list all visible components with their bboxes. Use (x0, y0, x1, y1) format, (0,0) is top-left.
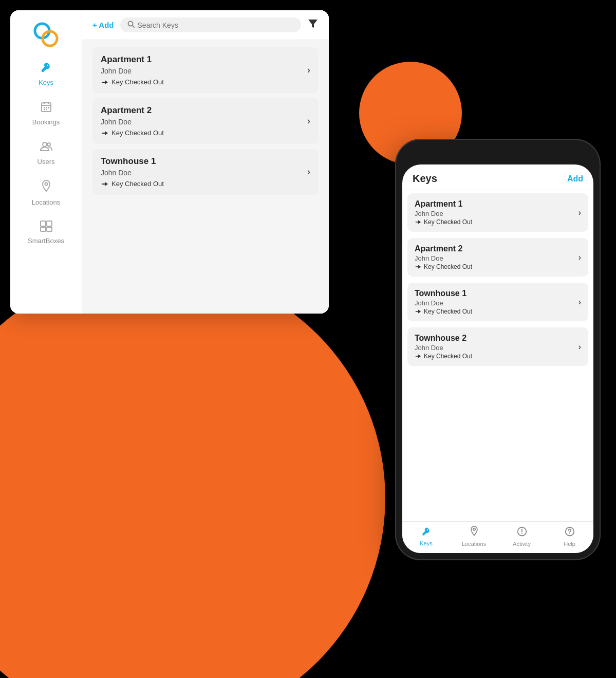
sidebar-label-smartboxes: SmartBoxes (28, 237, 64, 245)
users-icon (40, 140, 53, 156)
phone-nav-help-label: Help (564, 541, 575, 547)
orange-circle-bg (0, 267, 385, 678)
phone-chevron-icon-2: › (578, 298, 581, 307)
phone-key-card-0[interactable]: Apartment 1 John Doe Key Checked Out › (407, 193, 588, 232)
bookings-icon (40, 101, 52, 116)
desktop-key-user-2: John Doe (101, 169, 164, 177)
filter-icon[interactable] (307, 18, 319, 32)
phone-key-info-1: Apartment 2 John Doe Key Checked Out (415, 244, 472, 270)
key-icon (40, 61, 52, 77)
svg-rect-15 (47, 221, 52, 226)
phone-key-user-1: John Doe (415, 254, 472, 262)
svg-point-13 (45, 183, 47, 186)
phone-mockup: Keys Add Apartment 1 John Doe Key Checke… (395, 139, 601, 560)
sidebar-item-keys[interactable]: Keys (10, 54, 82, 94)
svg-rect-14 (41, 221, 46, 226)
phone-keys-list: Apartment 1 John Doe Key Checked Out › A… (402, 190, 593, 521)
phone-nav-activity-label: Activity (513, 541, 531, 547)
sidebar: Keys Bookings (10, 10, 82, 314)
phone-nav-keys[interactable]: Keys (411, 526, 442, 546)
desktop-key-info-1: Apartment 2 John Doe Key Checked Out (101, 105, 164, 137)
phone-key-user-2: John Doe (415, 299, 472, 307)
desktop-key-card-0[interactable]: Apartment 1 John Doe Key Checked Out › (92, 47, 319, 93)
sidebar-label-keys: Keys (39, 79, 53, 86)
phone-key-status-1: Key Checked Out (415, 263, 472, 270)
chevron-right-icon-0: › (307, 65, 310, 76)
phone-bottom-nav: Keys Locations (402, 521, 593, 553)
phone-nav-locations-icon (469, 526, 479, 540)
desktop-main-content: + Add Apartment 1 (82, 10, 329, 314)
desktop-key-name-1: Apartment 2 (101, 105, 164, 116)
desktop-key-name-0: Apartment 1 (101, 54, 164, 65)
sidebar-item-bookings[interactable]: Bookings (10, 94, 82, 133)
phone-key-user-0: John Doe (415, 210, 472, 217)
svg-rect-9 (44, 109, 45, 110)
smartboxes-icon (40, 221, 52, 235)
desktop-search-input[interactable] (138, 21, 294, 29)
app-logo (32, 21, 60, 49)
phone-title: Keys (413, 173, 437, 185)
desktop-key-card-1[interactable]: Apartment 2 John Doe Key Checked Out › (92, 98, 319, 144)
phone-nav-activity[interactable]: Activity (507, 526, 537, 547)
chevron-right-icon-1: › (307, 116, 310, 126)
phone-chevron-icon-3: › (578, 342, 581, 352)
svg-rect-6 (44, 107, 45, 108)
svg-point-21 (473, 528, 475, 530)
svg-rect-8 (48, 107, 49, 108)
phone-key-user-3: John Doe (415, 344, 472, 352)
phone-nav-keys-icon (421, 526, 432, 539)
phone-key-card-3[interactable]: Townhouse 2 John Doe Key Checked Out › (407, 327, 588, 366)
phone-key-name-0: Apartment 1 (415, 199, 472, 209)
svg-point-26 (569, 533, 570, 534)
desktop-key-name-2: Townhouse 1 (101, 156, 164, 167)
phone-chevron-icon-1: › (578, 253, 581, 262)
phone-key-name-3: Townhouse 2 (415, 334, 472, 343)
phone-notch (467, 146, 529, 160)
phone-nav-locations-label: Locations (462, 541, 486, 547)
svg-rect-17 (47, 227, 52, 231)
sidebar-label-bookings: Bookings (32, 118, 60, 126)
desktop-key-status-2: Key Checked Out (101, 180, 164, 188)
svg-rect-10 (46, 109, 47, 110)
phone-nav-help[interactable]: Help (554, 526, 585, 547)
svg-marker-20 (308, 20, 318, 28)
desktop-key-card-2[interactable]: Townhouse 1 John Doe Key Checked Out › (92, 149, 319, 195)
sidebar-item-locations[interactable]: Locations (10, 173, 82, 213)
sidebar-label-locations: Locations (32, 198, 61, 206)
svg-point-12 (47, 143, 50, 146)
search-icon (127, 21, 135, 29)
svg-rect-7 (46, 107, 47, 108)
locations-icon (41, 180, 52, 196)
svg-point-24 (521, 533, 522, 534)
desktop-search-container[interactable] (120, 17, 301, 32)
phone-key-info-2: Townhouse 1 John Doe Key Checked Out (415, 289, 472, 315)
desktop-add-button[interactable]: + Add (92, 21, 114, 29)
chevron-right-icon-2: › (307, 167, 310, 177)
sidebar-item-smartboxes[interactable]: SmartBoxes (10, 213, 82, 252)
sidebar-label-users: Users (38, 158, 55, 166)
phone-key-card-2[interactable]: Townhouse 1 John Doe Key Checked Out › (407, 283, 588, 321)
desktop-key-info-2: Townhouse 1 John Doe Key Checked Out (101, 156, 164, 188)
phone-key-card-1[interactable]: Apartment 2 John Doe Key Checked Out › (407, 238, 588, 277)
svg-point-11 (43, 142, 47, 146)
phone-header: Keys Add (402, 164, 593, 190)
phone-nav-activity-icon (516, 526, 528, 540)
phone-nav-keys-label: Keys (420, 540, 432, 546)
phone-nav-locations[interactable]: Locations (459, 526, 490, 547)
svg-rect-16 (41, 227, 46, 231)
desktop-toolbar: + Add (82, 10, 329, 40)
phone-key-status-0: Key Checked Out (415, 218, 472, 226)
phone-key-status-2: Key Checked Out (415, 308, 472, 315)
desktop-key-user-1: John Doe (101, 118, 164, 126)
phone-screen: Keys Add Apartment 1 John Doe Key Checke… (402, 164, 593, 553)
svg-line-19 (132, 26, 134, 28)
desktop-key-status-1: Key Checked Out (101, 129, 164, 137)
phone-nav-help-icon (564, 526, 575, 540)
phone-add-button[interactable]: Add (567, 174, 583, 184)
phone-key-info-3: Townhouse 2 John Doe Key Checked Out (415, 334, 472, 360)
phone-key-status-3: Key Checked Out (415, 353, 472, 360)
phone-key-info-0: Apartment 1 John Doe Key Checked Out (415, 199, 472, 226)
desktop-key-status-0: Key Checked Out (101, 78, 164, 86)
desktop-key-info-0: Apartment 1 John Doe Key Checked Out (101, 54, 164, 86)
sidebar-item-users[interactable]: Users (10, 133, 82, 173)
